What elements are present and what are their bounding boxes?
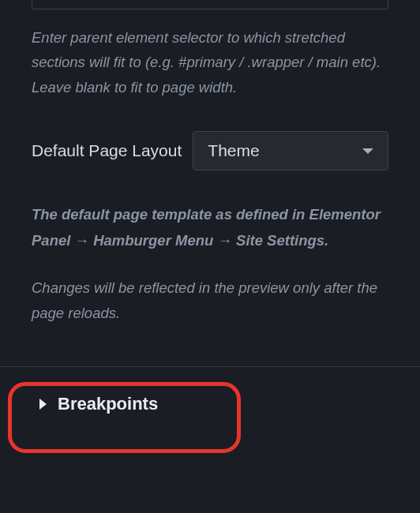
triangle-right-icon [39,399,47,410]
stretched-selector-input-bottom[interactable] [32,0,388,9]
layout-description-note: Changes will be reflected in the preview… [32,275,388,327]
breakpoints-accordion-header[interactable]: Breakpoints [32,384,388,424]
select-value: Theme [208,141,259,160]
breakpoints-title: Breakpoints [58,394,158,414]
default-page-layout-label: Default Page Layout [32,141,182,160]
selector-description: Enter parent element selector to which s… [32,25,388,99]
layout-description-bold: The default page template as defined in … [32,202,388,253]
chevron-down-icon [362,148,373,154]
default-page-layout-select[interactable]: Theme [193,131,388,170]
default-page-layout-control: Default Page Layout Theme [32,131,388,170]
